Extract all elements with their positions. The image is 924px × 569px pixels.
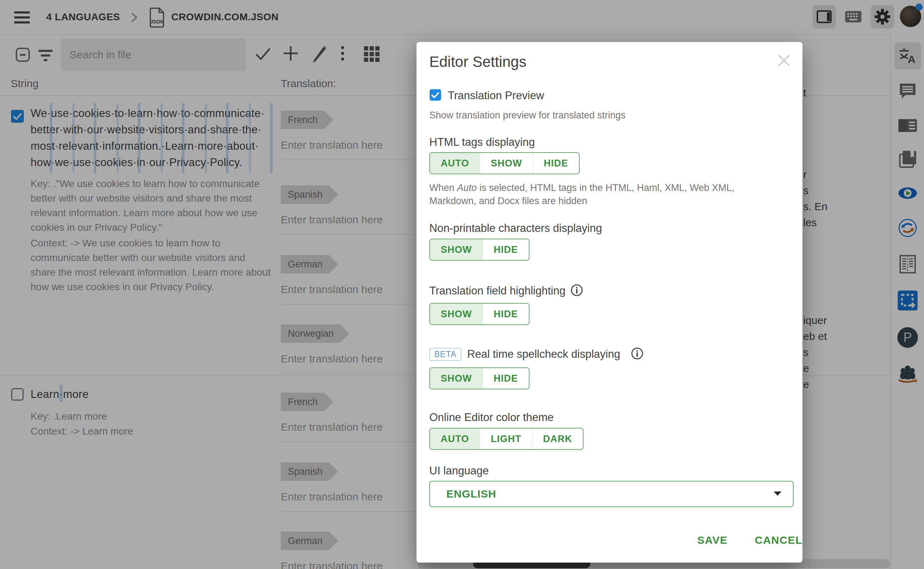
- translation-preview-checkbox[interactable]: [429, 89, 442, 102]
- section-heading: HTML tags displaying: [429, 136, 535, 149]
- desc-italic: Auto: [457, 183, 477, 193]
- close-icon[interactable]: [776, 53, 792, 70]
- translation-preview-sub: Show translation preview for translated …: [429, 109, 625, 122]
- editor-settings-modal: Editor Settings Translation Preview Show…: [417, 42, 803, 563]
- translation-preview-label: Translation Preview: [448, 89, 544, 102]
- ui-language-value: ENGLISH: [430, 488, 773, 500]
- modal-title: Editor Settings: [429, 53, 526, 70]
- cancel-button[interactable]: CANCEL: [755, 534, 803, 546]
- info-icon[interactable]: [631, 347, 643, 361]
- non-printable-segmented-control: SHOW HIDE: [429, 239, 530, 261]
- section-heading: Non-printable characters displaying: [429, 222, 602, 235]
- segment-option[interactable]: SHOW: [480, 153, 533, 173]
- segment-option[interactable]: HIDE: [533, 153, 579, 173]
- crowdin-editor: 4 LANGUAGES JSON CROWDIN.COM.JSON: [0, 0, 924, 569]
- desc-text: When: [429, 183, 457, 193]
- segment-option[interactable]: AUTO: [430, 429, 480, 449]
- color-theme-segmented-control: AUTO LIGHT DARK: [429, 428, 584, 450]
- field-highlighting-segmented-control: SHOW HIDE: [429, 303, 530, 325]
- save-button[interactable]: SAVE: [697, 534, 727, 546]
- section-heading: Online Editor color theme: [429, 411, 554, 424]
- html-tags-description: When Auto is selected, HTML tags in the …: [429, 181, 778, 208]
- info-icon[interactable]: [570, 284, 583, 298]
- segment-option[interactable]: AUTO: [430, 153, 480, 173]
- segment-option[interactable]: LIGHT: [480, 429, 532, 449]
- segment-option[interactable]: SHOW: [430, 368, 482, 389]
- dropdown-caret-icon: [773, 490, 793, 498]
- html-tags-segmented-control: AUTO SHOW HIDE: [429, 152, 580, 174]
- segment-option[interactable]: SHOW: [430, 239, 482, 260]
- segment-option[interactable]: DARK: [532, 429, 583, 449]
- segment-option[interactable]: SHOW: [430, 304, 482, 324]
- section-heading: Real time spellcheck displaying: [467, 348, 620, 361]
- ui-language-select[interactable]: ENGLISH: [429, 481, 794, 507]
- segment-option[interactable]: HIDE: [482, 368, 529, 389]
- spellcheck-segmented-control: SHOW HIDE: [429, 367, 530, 389]
- ui-language-label: UI language: [429, 464, 489, 477]
- segment-option[interactable]: HIDE: [482, 239, 529, 260]
- segment-option[interactable]: HIDE: [482, 304, 529, 324]
- section-heading: Translation field highlighting: [429, 284, 565, 297]
- beta-badge: BETA: [429, 348, 461, 361]
